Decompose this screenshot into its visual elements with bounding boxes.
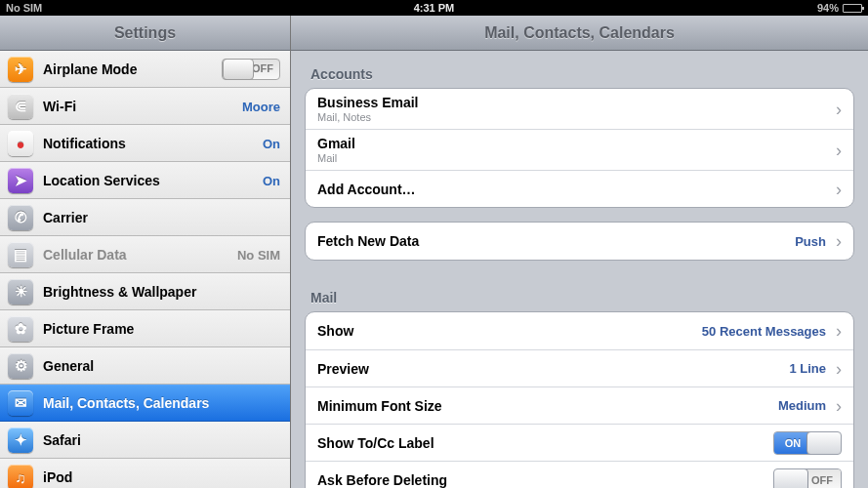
sidebar-item-value: On: [263, 137, 280, 151]
sidebar-item-label: Safari: [43, 432, 280, 448]
sidebar-item-label: Notifications: [43, 136, 253, 151]
detail-pane: Mail, Contacts, Calendars AccountsBusine…: [291, 16, 868, 488]
battery-pct: 94%: [817, 2, 839, 14]
mail-row-minimum-font-size[interactable]: Minimum Font SizeMedium›: [306, 386, 853, 424]
detail-title: Mail, Contacts, Calendars: [291, 16, 868, 51]
row-title: Show: [317, 323, 702, 339]
account-row[interactable]: Add Account…›: [306, 170, 853, 207]
row-title: Preview: [317, 361, 789, 377]
row-value: 1 Line: [789, 361, 826, 376]
row-title: Minimum Font Size: [317, 398, 778, 414]
mail-row-show-to-cc-label[interactable]: Show To/Cc LabelONOFF: [306, 424, 853, 461]
sidebar-item-label: General: [43, 358, 280, 374]
chevron-right-icon: ›: [836, 142, 842, 159]
mail-icon: ✉: [8, 390, 33, 416]
sidebar-item-label: Airplane Mode: [43, 61, 212, 77]
chevron-right-icon: ›: [836, 181, 842, 198]
sidebar-list[interactable]: ✈Airplane ModeOFF⋐Wi-FiMoore●Notificatio…: [0, 51, 290, 488]
settings-sidebar: Settings ✈Airplane ModeOFF⋐Wi-FiMoore●No…: [0, 16, 291, 488]
status-time: 4:31 PM: [291, 2, 576, 14]
chevron-right-icon: ›: [836, 101, 842, 118]
sidebar-item-wi-fi[interactable]: ⋐Wi-FiMoore: [0, 88, 290, 125]
battery-icon: [843, 4, 862, 13]
account-row[interactable]: GmailMail›: [306, 129, 853, 170]
toggle[interactable]: ONOFF: [773, 468, 842, 489]
sidebar-item-label: Brightness & Wallpaper: [43, 284, 280, 300]
mail-row-preview[interactable]: Preview1 Line›: [306, 349, 853, 386]
sidebar-item-label: iPod: [43, 469, 280, 485]
account-title: Business Email: [317, 95, 830, 110]
status-bar: No SIM 4:31 PM 94%: [0, 0, 868, 16]
sidebar-item-brightness-wallpaper[interactable]: ☀Brightness & Wallpaper: [0, 273, 290, 310]
mail-header: Mail: [291, 274, 868, 311]
account-title: Gmail: [317, 136, 830, 151]
cellular-icon: ▤: [8, 242, 33, 267]
sidebar-item-label: Location Services: [43, 173, 253, 188]
airplane-icon: ✈: [8, 57, 33, 82]
account-sub: Mail: [317, 152, 830, 164]
fetch-title: Fetch New Data: [317, 233, 795, 249]
account-row[interactable]: Business EmailMail, Notes›: [306, 89, 853, 129]
wifi-icon: ⋐: [8, 94, 33, 119]
mail-row-show[interactable]: Show50 Recent Messages›: [306, 312, 853, 349]
ipod-icon: ♫: [8, 465, 33, 488]
bell-icon: ●: [8, 131, 33, 156]
toggle[interactable]: ONOFF: [773, 431, 842, 455]
sidebar-item-mail-contacts-calendars[interactable]: ✉Mail, Contacts, Calendars: [0, 385, 290, 422]
sidebar-item-general[interactable]: ⚙General: [0, 347, 290, 385]
sidebar-item-notifications[interactable]: ●NotificationsOn: [0, 125, 290, 162]
sidebar-item-safari[interactable]: ✦Safari: [0, 422, 290, 459]
chevron-right-icon: ›: [836, 322, 842, 340]
sidebar-item-label: Cellular Data: [43, 247, 227, 263]
row-title: Ask Before Deleting: [317, 472, 773, 488]
row-value: Medium: [778, 398, 826, 413]
sidebar-item-ipod[interactable]: ♫iPod: [0, 459, 290, 488]
status-battery: 94%: [577, 2, 862, 14]
detail-list[interactable]: AccountsBusiness EmailMail, Notes›GmailM…: [291, 51, 868, 488]
sidebar-item-location-services[interactable]: ➤Location ServicesOn: [0, 162, 290, 199]
sidebar-item-value: Moore: [242, 100, 280, 114]
general-icon: ⚙: [8, 353, 33, 379]
sidebar-title: Settings: [0, 16, 290, 51]
row-title: Show To/Cc Label: [317, 435, 773, 451]
safari-icon: ✦: [8, 427, 33, 453]
sidebar-item-label: Carrier: [43, 210, 280, 225]
sidebar-item-carrier[interactable]: ✆Carrier: [0, 199, 290, 236]
sidebar-item-cellular-data[interactable]: ▤Cellular DataNo SIM: [0, 236, 290, 273]
chevron-right-icon: ›: [836, 232, 842, 250]
chevron-right-icon: ›: [836, 360, 842, 378]
frame-icon: ✿: [8, 316, 33, 342]
airplane-toggle[interactable]: OFF: [222, 59, 280, 80]
accounts-group: Business EmailMail, Notes›GmailMail›Add …: [305, 88, 854, 208]
mail-group-1: Show50 Recent Messages›Preview1 Line›Min…: [305, 311, 854, 488]
row-value: 50 Recent Messages: [702, 324, 826, 339]
accounts-header: Accounts: [291, 51, 868, 88]
fetch-value: Push: [795, 234, 826, 249]
sidebar-item-label: Wi-Fi: [43, 99, 232, 114]
sidebar-item-label: Picture Frame: [43, 321, 280, 337]
fetch-row[interactable]: Fetch New DataPush›: [306, 223, 853, 260]
brightness-icon: ☀: [8, 279, 33, 305]
fetch-group: Fetch New DataPush›: [305, 222, 854, 261]
location-icon: ➤: [8, 168, 33, 193]
account-sub: Mail, Notes: [317, 111, 830, 123]
sidebar-item-picture-frame[interactable]: ✿Picture Frame: [0, 310, 290, 347]
sidebar-item-value: No SIM: [237, 248, 280, 263]
account-title: Add Account…: [317, 182, 830, 197]
status-sim: No SIM: [6, 2, 291, 14]
sidebar-item-value: On: [263, 174, 280, 188]
sidebar-item-label: Mail, Contacts, Calendars: [43, 395, 280, 411]
chevron-right-icon: ›: [836, 397, 842, 415]
carrier-icon: ✆: [8, 205, 33, 230]
mail-row-ask-before-deleting[interactable]: Ask Before DeletingONOFF: [306, 461, 853, 488]
sidebar-item-airplane-mode[interactable]: ✈Airplane ModeOFF: [0, 51, 290, 88]
